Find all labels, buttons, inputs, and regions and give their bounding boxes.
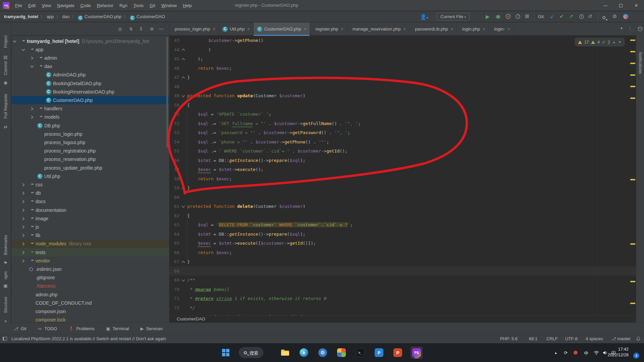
code-line-48[interactable]: 48	[169, 82, 636, 92]
tree-item-process-logout-php[interactable]: PHPprocess_logout.php	[11, 138, 169, 146]
search-icon[interactable]	[602, 14, 605, 20]
code-line-71[interactable]: 71 * @return string 1 if exists, otherwi…	[169, 294, 636, 303]
scrollbar-warning-mark[interactable]	[630, 63, 635, 64]
breadcrumb-item[interactable]: CCustomerDAO.php	[78, 14, 121, 19]
code-line-55[interactable]: 55 $sql .= ' WHERE `customer`.`cid`= ' .…	[169, 146, 636, 156]
tab-process-login-php[interactable]: PHPprocess_login.php×	[169, 22, 219, 36]
prev-issue-icon[interactable]: ▲	[612, 40, 616, 44]
scrollbar-warning-mark[interactable]	[630, 281, 635, 282]
tab-close-icon[interactable]: ×	[483, 26, 485, 32]
tree-item-css[interactable]: css	[11, 180, 169, 189]
code-line-49[interactable]: 49 protected function update(Customer $c…	[169, 91, 636, 101]
status-encoding[interactable]: UTF-8	[565, 336, 578, 341]
tree-item-bookingdetaildao-php[interactable]: CBookingDetailDAO.php	[11, 79, 169, 87]
menu-view[interactable]: View	[39, 0, 54, 11]
menu-run[interactable]: Run	[116, 0, 130, 11]
tab-close-icon[interactable]: ×	[507, 26, 510, 32]
explorer-icon[interactable]	[279, 347, 291, 359]
scrollbar-warning-mark[interactable]	[630, 74, 635, 76]
close-button[interactable]: ✕	[629, 0, 644, 11]
maximize-button[interactable]	[613, 0, 629, 11]
code-line-54[interactable]: 54 $sql .= 'phone = "' . $customer->getP…	[169, 137, 636, 147]
stripe-npm[interactable]: npm▣	[0, 267, 11, 290]
phpstorm-icon[interactable]: PS	[411, 347, 423, 359]
settings-icon[interactable]: ⚙	[317, 347, 329, 359]
tree-item-process-login-php[interactable]: PHPprocess_login.php	[11, 130, 169, 138]
next-issue-icon[interactable]: ▼	[618, 40, 622, 44]
toolwindow-services[interactable]: ▶Services	[141, 326, 163, 331]
chevron-right-icon[interactable]	[21, 191, 25, 195]
more-vertical-icon[interactable]: ⋮	[628, 26, 632, 31]
code-line-64[interactable]: 64 $stmt = DB::getInstance()->prepare($s…	[169, 230, 636, 239]
code-line-43[interactable]: 43 $customer->getPhone()	[169, 36, 636, 45]
run-icon[interactable]: ▶	[486, 14, 490, 20]
chevron-right-icon[interactable]	[30, 107, 34, 110]
tree-item-js[interactable]: js	[11, 223, 169, 231]
chevron-down-icon[interactable]	[30, 65, 34, 68]
code-line-66[interactable]: 66 return $exec;	[169, 248, 636, 257]
chevron-down-icon[interactable]	[21, 48, 25, 51]
settings-icon[interactable]: ⚙	[150, 26, 154, 32]
menu-tools[interactable]: Tools	[130, 0, 147, 11]
breadcrumb-item[interactable]: CCustomerDAO	[130, 14, 165, 19]
menu-edit[interactable]: Edit	[25, 0, 39, 11]
tree-scrollbar[interactable]	[166, 37, 168, 147]
tab-close-icon[interactable]: ×	[450, 26, 453, 32]
code-line-45[interactable]: 45 );	[169, 54, 636, 64]
tab-close-icon[interactable]: ×	[404, 26, 406, 32]
inspections-widget[interactable]: 17 4 ✔2 ▲ ▼	[575, 38, 625, 46]
tab-register-php[interactable]: PHPregister.php×	[310, 22, 347, 36]
code-line-70[interactable]: 70 * @param $email	[169, 285, 636, 294]
tree-item-admin-php[interactable]: PHPadmin.php	[11, 290, 169, 299]
toolapp-icon[interactable]: P	[373, 347, 385, 359]
tree-item--gitignore[interactable]: .gitignore	[11, 274, 169, 282]
tab-util-php[interactable]: CUtil.php×	[219, 22, 254, 36]
breadcrumb-item[interactable]: app	[47, 14, 54, 19]
tab-manage-reservation-php[interactable]: PHPmanage_reservation.php×	[347, 22, 410, 36]
chevron-right-icon[interactable]	[30, 56, 34, 60]
chevron-right-icon[interactable]	[21, 234, 25, 237]
scrollbar-warning-mark[interactable]	[630, 40, 635, 41]
menu-code[interactable]: Code	[77, 0, 94, 11]
scrollbar-warning-mark[interactable]	[630, 86, 635, 87]
menu-help[interactable]: Help	[180, 0, 195, 11]
edge-icon[interactable]: e	[298, 347, 310, 359]
tree-item-tests[interactable]: tests	[11, 248, 169, 256]
git-branch-widget[interactable]: ⎇ master	[611, 336, 631, 341]
stripe-structure[interactable]: Structure≡	[0, 291, 11, 325]
taskbar-search[interactable]: 搜索	[239, 347, 263, 358]
breadcrumb-item[interactable]: tramyardg_hotel	[4, 14, 38, 19]
git-update-icon[interactable]: ↙	[550, 13, 554, 19]
code-line-62[interactable]: 62 {	[169, 211, 636, 221]
tree-item-node-modules[interactable]: node_modules library root	[11, 240, 169, 248]
chevron-right-icon[interactable]	[21, 225, 25, 229]
stop-icon[interactable]	[525, 14, 529, 18]
code-line-57[interactable]: 57 $exec = $stmt->execute();	[169, 165, 636, 174]
notifications-bell-icon[interactable]	[636, 337, 641, 341]
photos-icon[interactable]	[335, 347, 347, 359]
tab-close-icon[interactable]: ×	[304, 26, 307, 32]
tab-close-icon[interactable]: ×	[213, 26, 216, 32]
tree-item-customerdao-php[interactable]: CCustomerDAO.php	[11, 96, 169, 104]
tree-item-admindao-php[interactable]: CAdminDAO.php	[11, 71, 169, 79]
terminal-icon[interactable]: >_	[354, 347, 366, 359]
right-stripe-notifications[interactable]: Notifications	[638, 52, 643, 74]
status-php-version[interactable]: PHP: 5.6	[500, 336, 518, 341]
menu-git[interactable]: Git	[147, 0, 158, 11]
code-line-67[interactable]: 67 }	[169, 257, 636, 266]
tree-item-image[interactable]: image	[11, 214, 169, 223]
code-line-65[interactable]: 65 $exec = $stmt->execute([$customer->ge…	[169, 239, 636, 248]
code-line-53[interactable]: 53 $sql .= 'password = "' . $customer->g…	[169, 128, 636, 137]
gradient-orb-icon[interactable]	[623, 14, 628, 19]
chevron-right-icon[interactable]	[21, 259, 25, 262]
settings-icon[interactable]: ⚙	[612, 13, 617, 19]
breadcrumb-item[interactable]: dao	[62, 14, 70, 19]
history-icon[interactable]	[579, 14, 584, 19]
stripe-pull-requests[interactable]: Pull Requests⇄	[0, 88, 11, 131]
chevron-right-icon[interactable]	[21, 217, 25, 220]
user-icon[interactable]: 👤▾	[420, 14, 428, 20]
volume-icon[interactable]	[603, 343, 608, 362]
profiler-icon[interactable]	[515, 14, 521, 19]
tray-record-dot-icon[interactable]	[574, 343, 578, 362]
scrollbar-warning-mark[interactable]	[630, 303, 635, 304]
